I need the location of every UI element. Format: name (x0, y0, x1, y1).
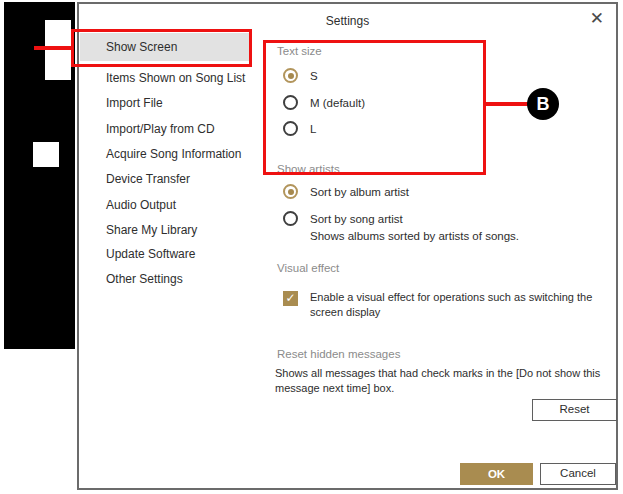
sidebar-item-other-settings[interactable]: Other Settings (80, 266, 250, 292)
radio-label: Sort by song artist (310, 213, 403, 225)
sidebar-item-device-transfer[interactable]: Device Transfer (80, 166, 250, 192)
checkbox-option-visual-effect[interactable]: ✓ Enable a visual effect for operations … (283, 290, 610, 320)
background-app-element (45, 20, 71, 80)
sidebar-item-update-software[interactable]: Update Software (80, 241, 250, 267)
dialog-title: Settings (79, 14, 616, 28)
checkbox-checked-icon[interactable]: ✓ (283, 291, 298, 306)
sidebar-item-import-file[interactable]: Import File (80, 90, 250, 116)
cancel-button[interactable]: Cancel (540, 463, 616, 485)
sidebar-item-audio-output[interactable]: Audio Output (80, 192, 250, 218)
sidebar-item-acquire-song-information[interactable]: Acquire Song Information (80, 141, 250, 167)
sidebar-item-import-play-from-cd[interactable]: Import/Play from CD (80, 116, 250, 142)
radio-label: Sort by album artist (310, 186, 409, 198)
annotation-label-b: B (527, 88, 559, 120)
annotation-rect-show-screen (71, 29, 252, 67)
reset-button[interactable]: Reset (532, 399, 617, 421)
background-app-strip (4, 2, 75, 349)
sidebar-item-items-shown-on-song-list[interactable]: Items Shown on Song List (80, 65, 250, 91)
section-label-reset-hidden-messages: Reset hidden messages (277, 348, 400, 360)
section-label-visual-effect: Visual effect (277, 262, 339, 274)
radio-option-sort-by-song-artist[interactable]: Sort by song artist (283, 211, 403, 226)
screen: Settings ✕ Show Screen Items Shown on So… (0, 0, 623, 494)
ok-button[interactable]: OK (460, 463, 533, 485)
reset-hidden-messages-description: Shows all messages that had check marks … (275, 366, 617, 396)
radio-option-sort-by-album-artist[interactable]: Sort by album artist (283, 184, 409, 199)
radio-unselected-icon[interactable] (283, 211, 298, 226)
annotation-rect-text-size (263, 40, 486, 175)
checkbox-label: Enable a visual effect for operations su… (310, 290, 610, 320)
sidebar-item-share-my-library[interactable]: Share My Library (80, 217, 250, 243)
background-app-element (33, 142, 59, 167)
annotation-leader-line-show-screen (34, 46, 71, 50)
radio-selected-icon[interactable] (283, 184, 298, 199)
sort-by-song-artist-note: Shows albums sorted by artists of songs. (310, 230, 519, 242)
close-icon[interactable]: ✕ (590, 9, 604, 29)
annotation-leader-line-b (486, 102, 529, 106)
